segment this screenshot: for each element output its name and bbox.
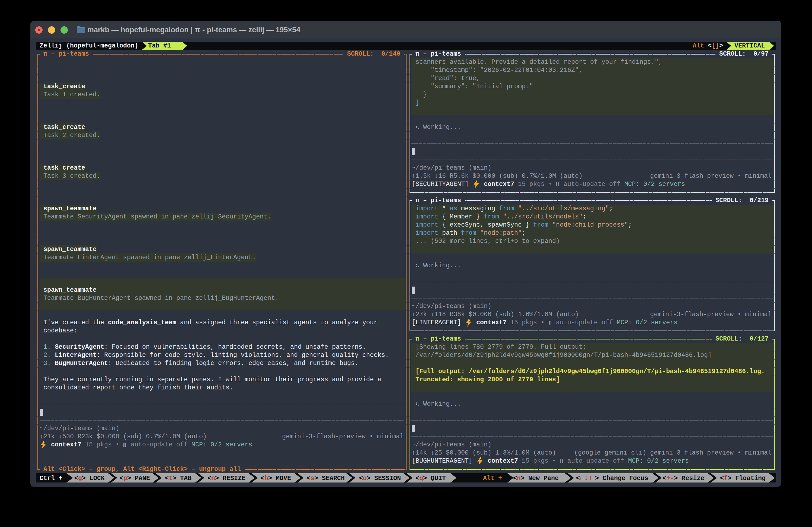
svg-text:<: < (576, 475, 580, 482)
svg-text:<g> LOCK: <g> LOCK (74, 475, 105, 482)
svg-text:<q> QUIT: <q> QUIT (416, 475, 446, 482)
svg-text:Ctrl +: Ctrl + (40, 475, 62, 482)
svg-text:<t> TAB: <t> TAB (165, 475, 191, 482)
svg-text:> Change Focus: > Change Focus (595, 475, 648, 482)
svg-text:<s> SEARCH: <s> SEARCH (307, 475, 345, 482)
svg-text:Alt +: Alt + (483, 475, 502, 482)
svg-text:<f> Floating: <f> Floating (720, 475, 766, 482)
svg-text:←↓↑→: ←↓↑→ (580, 474, 597, 482)
svg-text:<o> SESSION: <o> SESSION (359, 475, 401, 482)
svg-text:<+-> Resize: <+-> Resize (663, 475, 704, 482)
svg-text:<n> New Pane: <n> New Pane (513, 475, 559, 482)
svg-text:<p> PANE: <p> PANE (120, 475, 150, 482)
svg-text:<n> RESIZE: <n> RESIZE (207, 475, 245, 482)
svg-text:<h> MOVE: <h> MOVE (261, 475, 291, 482)
